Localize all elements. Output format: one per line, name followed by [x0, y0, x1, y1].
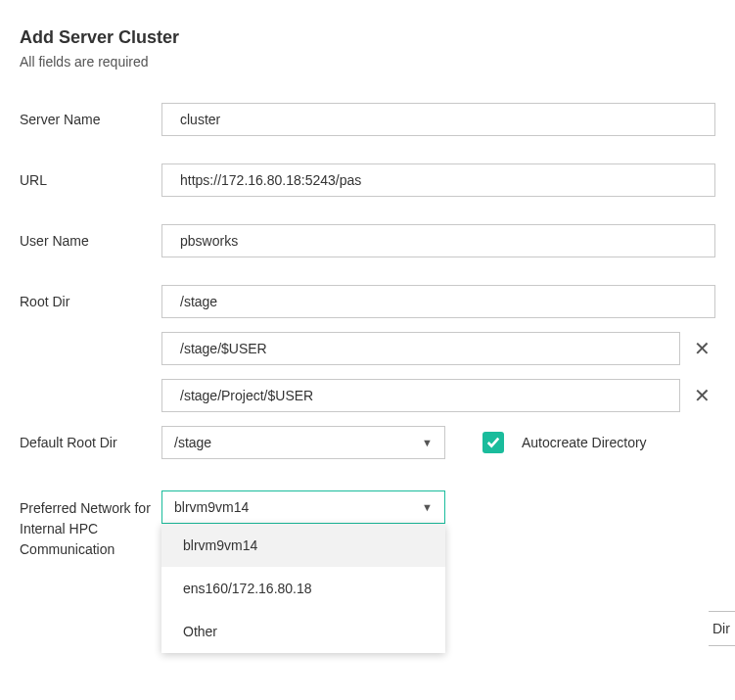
- label-root-dir: Root Dir: [20, 294, 161, 309]
- label-user-name: User Name: [20, 233, 161, 249]
- extra-dir-input[interactable]: [161, 332, 680, 365]
- page-subtitle: All fields are required: [20, 54, 715, 70]
- autocreate-checkbox[interactable]: [482, 432, 504, 453]
- dir-button-partial[interactable]: Dir: [709, 611, 735, 646]
- extra-dir-row-1: ✕: [161, 332, 715, 365]
- default-root-dir-select[interactable]: /stage ▼: [161, 426, 445, 459]
- label-server-name: Server Name: [20, 112, 161, 127]
- dropdown-item[interactable]: Other: [161, 610, 445, 653]
- preferred-network-value: blrvm9vm14: [174, 499, 249, 515]
- label-url: URL: [20, 172, 161, 188]
- autocreate-label: Autocreate Directory: [522, 435, 647, 450]
- row-server-name: Server Name: [20, 103, 715, 136]
- page-title: Add Server Cluster: [20, 27, 715, 48]
- chevron-down-icon: ▼: [422, 501, 433, 513]
- extra-dir-row-2: ✕: [161, 379, 715, 412]
- label-default-root-dir: Default Root Dir: [20, 435, 161, 450]
- dropdown-item[interactable]: blrvm9vm14: [161, 524, 445, 567]
- row-user-name: User Name: [20, 224, 715, 257]
- row-default-root-dir: Default Root Dir /stage ▼ Autocreate Dir…: [20, 426, 715, 459]
- close-icon[interactable]: ✕: [688, 337, 715, 360]
- check-icon: [486, 436, 500, 449]
- dropdown-item[interactable]: ens160/172.16.80.18: [161, 567, 445, 610]
- row-root-dir: Root Dir: [20, 285, 715, 318]
- preferred-network-dropdown: blrvm9vm14 ens160/172.16.80.18 Other: [161, 524, 445, 653]
- row-url: URL: [20, 163, 715, 197]
- close-icon[interactable]: ✕: [688, 384, 715, 407]
- label-preferred-network: Preferred Network for Internal HPC Commu…: [20, 490, 161, 560]
- preferred-network-select[interactable]: blrvm9vm14 ▼: [161, 490, 445, 524]
- chevron-down-icon: ▼: [422, 437, 433, 448]
- user-name-input[interactable]: [161, 224, 715, 257]
- url-input[interactable]: [161, 163, 715, 197]
- root-dir-input[interactable]: [161, 285, 715, 318]
- server-name-input[interactable]: [161, 103, 715, 136]
- extra-dir-input[interactable]: [161, 379, 680, 412]
- row-preferred-network: Preferred Network for Internal HPC Commu…: [20, 490, 715, 577]
- default-root-dir-value: /stage: [174, 435, 211, 450]
